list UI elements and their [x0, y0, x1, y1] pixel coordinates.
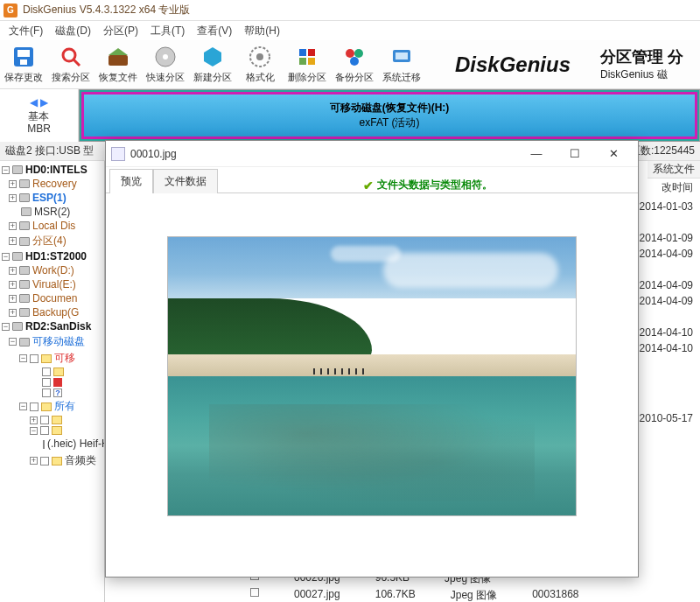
- col-sysfile[interactable]: 系统文件: [653, 162, 695, 177]
- svg-rect-1: [18, 50, 30, 57]
- menu-file[interactable]: 文件(F): [4, 22, 48, 40]
- disk-right[interactable]: 可移动磁盘(恢复文件)(H:) exFAT (活动): [79, 89, 700, 142]
- col-modtime: 改时间: [662, 180, 693, 195]
- column-header[interactable]: 系统文件: [648, 161, 700, 178]
- expand-icon[interactable]: −: [2, 323, 10, 331]
- tb-quick[interactable]: 快速分区: [142, 41, 189, 88]
- partition-icon: [21, 207, 32, 216]
- expand-icon[interactable]: +: [30, 457, 38, 465]
- expand-icon[interactable]: +: [9, 295, 17, 303]
- expand-icon[interactable]: +: [9, 180, 17, 188]
- expand-icon[interactable]: +: [9, 237, 17, 245]
- checkbox-icon[interactable]: [40, 457, 49, 466]
- checkbox-icon[interactable]: [42, 368, 51, 376]
- date-cell: 2014-01-03: [640, 200, 693, 214]
- preview-window[interactable]: 00010.jpg — ☐ ✕ 预览 文件数据 ✔文件头数据与类型相符。: [105, 140, 639, 578]
- checkbox-icon[interactable]: [30, 402, 38, 411]
- expand-icon[interactable]: −: [30, 427, 38, 435]
- tb-search[interactable]: 搜索分区: [47, 41, 94, 88]
- date-cell: 2014-01-09: [640, 231, 693, 245]
- tb-format[interactable]: 格式化: [236, 41, 284, 88]
- tree-audio[interactable]: 音频类: [65, 453, 96, 468]
- expand-icon[interactable]: +: [9, 222, 17, 230]
- folder-icon: [52, 416, 62, 424]
- window-title: DiskGenius V5.4.3.1322 x64 专业版: [23, 3, 190, 18]
- menu-help[interactable]: 帮助(H): [239, 22, 285, 40]
- expand-icon[interactable]: −: [2, 253, 10, 261]
- checkbox-icon[interactable]: [43, 440, 45, 449]
- svg-point-11: [256, 53, 263, 60]
- menu-tools[interactable]: 工具(T): [145, 22, 190, 40]
- brand-right: 分区管理 分 DiskGenius 磁: [592, 46, 700, 82]
- tree-removable[interactable]: 可移动磁盘: [32, 334, 85, 349]
- partition-icon: [19, 221, 30, 230]
- tree-docu[interactable]: Documen: [32, 292, 77, 304]
- disk-left: ◀ ▶ 基本MBR: [0, 89, 79, 142]
- tree-virual[interactable]: Virual(E:): [32, 278, 76, 290]
- svg-point-18: [350, 57, 359, 66]
- expand-icon[interactable]: −: [2, 166, 10, 174]
- tree-rd2[interactable]: RD2:SanDisk: [25, 320, 91, 332]
- disk-partition-bar[interactable]: 可移动磁盘(恢复文件)(H:) exFAT (活动): [81, 92, 697, 139]
- minimize-button[interactable]: —: [517, 142, 556, 166]
- expand-icon[interactable]: +: [30, 416, 38, 424]
- date-cell: 2014-04-10: [640, 341, 693, 355]
- partition-fs: exFAT (活动): [360, 116, 420, 130]
- date-cell: 2010-05-17: [640, 411, 693, 425]
- expand-icon[interactable]: −: [9, 338, 17, 346]
- popup-titlebar[interactable]: 00010.jpg — ☐ ✕: [106, 141, 638, 167]
- tree-all[interactable]: 所有: [54, 399, 75, 414]
- expand-icon[interactable]: +: [9, 194, 17, 202]
- checkbox-icon[interactable]: [250, 588, 259, 597]
- tree-recov[interactable]: 可移: [54, 351, 75, 366]
- tree-backup[interactable]: Backup(G: [32, 306, 79, 318]
- tree-recovery[interactable]: Recovery: [32, 178, 77, 190]
- close-button[interactable]: ✕: [594, 142, 633, 166]
- tree-hd1[interactable]: HD1:ST2000: [25, 250, 87, 262]
- table-row[interactable]: 00027.jpg106.7KBJpeg 图像00031868: [245, 587, 700, 602]
- tree-esp[interactable]: ESP(1): [32, 192, 66, 204]
- tb-save[interactable]: 保存更改: [0, 41, 47, 88]
- expand-icon[interactable]: +: [9, 281, 17, 289]
- folder-icon: [41, 354, 52, 363]
- tb-recover[interactable]: 恢复文件: [94, 41, 142, 88]
- checkbox-icon[interactable]: [42, 388, 51, 397]
- expand-icon[interactable]: +: [9, 267, 17, 275]
- partition-icon: [19, 294, 30, 303]
- menu-disk[interactable]: 磁盘(D): [50, 22, 96, 40]
- svg-rect-12: [299, 49, 306, 56]
- partition-icon: [19, 266, 30, 275]
- checkbox-icon[interactable]: [30, 354, 38, 363]
- tree-work[interactable]: Work(D:): [32, 264, 74, 276]
- checkbox-icon[interactable]: [42, 378, 51, 387]
- tree-local[interactable]: Local Dis: [32, 220, 75, 232]
- tab-filedata[interactable]: 文件数据: [153, 169, 218, 193]
- checkbox-icon[interactable]: [40, 416, 49, 424]
- tree-msr[interactable]: MSR(2): [34, 206, 70, 218]
- tb-new[interactable]: 新建分区: [189, 41, 236, 88]
- photo-preview: [167, 236, 577, 516]
- tb-migrate[interactable]: 系统迁移: [378, 41, 425, 88]
- file-icon: [111, 147, 125, 161]
- tb-backup[interactable]: 备份分区: [331, 41, 378, 88]
- expand-icon[interactable]: −: [19, 354, 27, 362]
- menu-partition[interactable]: 分区(P): [98, 22, 144, 40]
- tree-part4[interactable]: 分区(4): [32, 234, 66, 248]
- expand-icon[interactable]: −: [19, 402, 27, 410]
- tree-hd0[interactable]: HD0:INTELS: [25, 164, 88, 176]
- tree-heic[interactable]: (.heic) Heif-Heic 图像: [47, 437, 105, 452]
- svg-point-3: [63, 49, 75, 61]
- nav-arrows-icon[interactable]: ◀ ▶: [30, 96, 48, 108]
- checkbox-icon[interactable]: [40, 426, 49, 435]
- trash-icon: [53, 378, 62, 387]
- tab-preview[interactable]: 预览: [109, 169, 153, 193]
- tree-pane[interactable]: −HD0:INTELS +Recovery +ESP(1) MSR(2) +Lo…: [0, 161, 105, 602]
- disk-icon: [12, 252, 23, 261]
- disk-icon: [12, 322, 23, 331]
- tb-delete[interactable]: 删除分区: [284, 41, 331, 88]
- expand-icon[interactable]: +: [9, 309, 17, 317]
- maximize-button[interactable]: ☐: [556, 142, 594, 166]
- partition-icon: [19, 237, 30, 246]
- menu-view[interactable]: 查看(V): [192, 22, 237, 40]
- menubar: 文件(F) 磁盘(D) 分区(P) 工具(T) 查看(V) 帮助(H): [0, 21, 700, 40]
